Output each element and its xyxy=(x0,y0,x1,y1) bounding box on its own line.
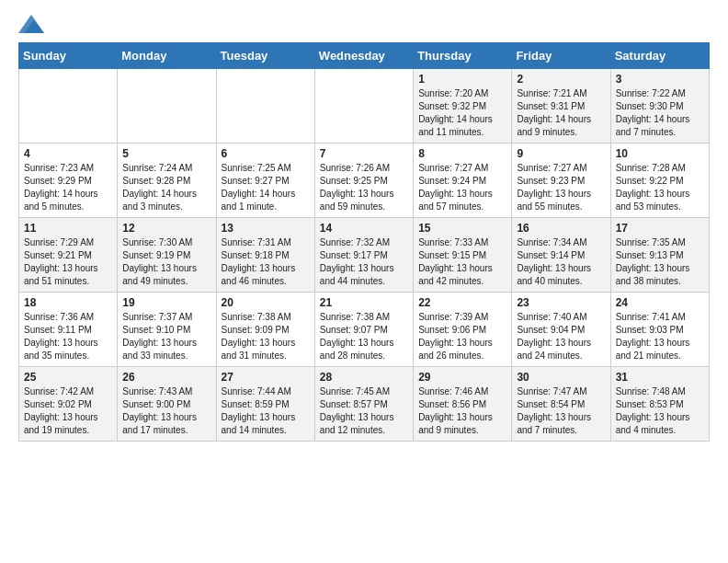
day-number: 9 xyxy=(517,147,605,160)
week-row-2: 4Sunrise: 7:23 AM Sunset: 9:29 PM Daylig… xyxy=(19,144,710,218)
day-info: Sunrise: 7:41 AM Sunset: 9:03 PM Dayligh… xyxy=(616,311,704,362)
day-info: Sunrise: 7:44 AM Sunset: 8:59 PM Dayligh… xyxy=(222,385,310,437)
day-info: Sunrise: 7:42 AM Sunset: 9:02 PM Dayligh… xyxy=(24,385,112,437)
day-info: Sunrise: 7:20 AM Sunset: 9:32 PM Dayligh… xyxy=(418,87,506,139)
day-info: Sunrise: 7:47 AM Sunset: 8:54 PM Dayligh… xyxy=(517,385,605,437)
calendar-cell: 9Sunrise: 7:27 AM Sunset: 9:23 PM Daylig… xyxy=(512,144,610,218)
day-info: Sunrise: 7:30 AM Sunset: 9:19 PM Dayligh… xyxy=(122,236,210,288)
calendar-cell xyxy=(216,69,314,144)
day-number: 15 xyxy=(418,222,506,235)
day-number: 22 xyxy=(418,296,506,309)
calendar-cell: 2Sunrise: 7:21 AM Sunset: 9:31 PM Daylig… xyxy=(512,69,610,144)
logo xyxy=(18,15,48,33)
calendar-cell: 16Sunrise: 7:34 AM Sunset: 9:14 PM Dayli… xyxy=(512,218,610,293)
logo-icon xyxy=(18,15,44,33)
day-number: 30 xyxy=(517,371,605,384)
day-number: 31 xyxy=(616,371,704,384)
day-info: Sunrise: 7:38 AM Sunset: 9:07 PM Dayligh… xyxy=(320,311,408,362)
calendar-cell: 26Sunrise: 7:43 AM Sunset: 9:00 PM Dayli… xyxy=(118,367,216,442)
weekday-header-row: SundayMondayTuesdayWednesdayThursdayFrid… xyxy=(19,43,710,69)
header xyxy=(18,15,710,33)
day-info: Sunrise: 7:21 AM Sunset: 9:31 PM Dayligh… xyxy=(517,87,605,139)
day-number: 18 xyxy=(24,296,112,309)
calendar-cell: 20Sunrise: 7:38 AM Sunset: 9:09 PM Dayli… xyxy=(216,293,314,367)
calendar-cell: 21Sunrise: 7:38 AM Sunset: 9:07 PM Dayli… xyxy=(314,293,413,367)
calendar-cell: 10Sunrise: 7:28 AM Sunset: 9:22 PM Dayli… xyxy=(610,144,709,218)
calendar-cell: 3Sunrise: 7:22 AM Sunset: 9:30 PM Daylig… xyxy=(610,69,709,144)
weekday-header-friday: Friday xyxy=(512,43,610,69)
day-info: Sunrise: 7:45 AM Sunset: 8:57 PM Dayligh… xyxy=(320,385,408,437)
day-number: 12 xyxy=(122,222,210,235)
calendar-table: SundayMondayTuesdayWednesdayThursdayFrid… xyxy=(18,42,710,442)
day-info: Sunrise: 7:25 AM Sunset: 9:27 PM Dayligh… xyxy=(222,162,310,213)
day-info: Sunrise: 7:39 AM Sunset: 9:06 PM Dayligh… xyxy=(418,311,506,362)
weekday-header-thursday: Thursday xyxy=(414,43,512,69)
day-number: 10 xyxy=(616,147,704,160)
day-number: 11 xyxy=(24,222,112,235)
day-info: Sunrise: 7:40 AM Sunset: 9:04 PM Dayligh… xyxy=(517,311,605,362)
calendar-cell: 1Sunrise: 7:20 AM Sunset: 9:32 PM Daylig… xyxy=(414,69,512,144)
day-info: Sunrise: 7:34 AM Sunset: 9:14 PM Dayligh… xyxy=(517,236,605,288)
day-info: Sunrise: 7:27 AM Sunset: 9:24 PM Dayligh… xyxy=(418,162,506,213)
calendar-cell: 19Sunrise: 7:37 AM Sunset: 9:10 PM Dayli… xyxy=(118,293,216,367)
weekday-header-tuesday: Tuesday xyxy=(216,43,314,69)
calendar-cell: 23Sunrise: 7:40 AM Sunset: 9:04 PM Dayli… xyxy=(512,293,610,367)
weekday-header-saturday: Saturday xyxy=(610,43,709,69)
calendar-cell xyxy=(19,69,118,144)
weekday-header-wednesday: Wednesday xyxy=(314,43,413,69)
calendar-cell: 31Sunrise: 7:48 AM Sunset: 8:53 PM Dayli… xyxy=(610,367,709,442)
calendar-cell: 8Sunrise: 7:27 AM Sunset: 9:24 PM Daylig… xyxy=(414,144,512,218)
calendar-cell: 13Sunrise: 7:31 AM Sunset: 9:18 PM Dayli… xyxy=(216,218,314,293)
day-number: 14 xyxy=(320,222,408,235)
day-number: 19 xyxy=(122,296,210,309)
weekday-header-monday: Monday xyxy=(118,43,216,69)
day-number: 25 xyxy=(24,371,112,384)
day-number: 16 xyxy=(517,222,605,235)
day-number: 26 xyxy=(122,371,210,384)
calendar-cell: 11Sunrise: 7:29 AM Sunset: 9:21 PM Dayli… xyxy=(19,218,118,293)
day-info: Sunrise: 7:46 AM Sunset: 8:56 PM Dayligh… xyxy=(418,385,506,437)
week-row-5: 25Sunrise: 7:42 AM Sunset: 9:02 PM Dayli… xyxy=(19,367,710,442)
day-number: 2 xyxy=(517,73,605,86)
day-number: 28 xyxy=(320,371,408,384)
calendar-cell: 17Sunrise: 7:35 AM Sunset: 9:13 PM Dayli… xyxy=(610,218,709,293)
day-info: Sunrise: 7:29 AM Sunset: 9:21 PM Dayligh… xyxy=(24,236,112,288)
day-number: 4 xyxy=(24,147,112,160)
calendar-cell: 25Sunrise: 7:42 AM Sunset: 9:02 PM Dayli… xyxy=(19,367,118,442)
calendar-cell: 5Sunrise: 7:24 AM Sunset: 9:28 PM Daylig… xyxy=(118,144,216,218)
week-row-1: 1Sunrise: 7:20 AM Sunset: 9:32 PM Daylig… xyxy=(19,69,710,144)
day-number: 13 xyxy=(222,222,310,235)
calendar-cell: 12Sunrise: 7:30 AM Sunset: 9:19 PM Dayli… xyxy=(118,218,216,293)
day-info: Sunrise: 7:22 AM Sunset: 9:30 PM Dayligh… xyxy=(616,87,704,139)
day-info: Sunrise: 7:35 AM Sunset: 9:13 PM Dayligh… xyxy=(616,236,704,288)
day-info: Sunrise: 7:32 AM Sunset: 9:17 PM Dayligh… xyxy=(320,236,408,288)
day-info: Sunrise: 7:43 AM Sunset: 9:00 PM Dayligh… xyxy=(122,385,210,437)
day-info: Sunrise: 7:27 AM Sunset: 9:23 PM Dayligh… xyxy=(517,162,605,213)
day-info: Sunrise: 7:38 AM Sunset: 9:09 PM Dayligh… xyxy=(222,311,310,362)
calendar-cell: 30Sunrise: 7:47 AM Sunset: 8:54 PM Dayli… xyxy=(512,367,610,442)
week-row-3: 11Sunrise: 7:29 AM Sunset: 9:21 PM Dayli… xyxy=(19,218,710,293)
calendar-cell xyxy=(118,69,216,144)
calendar-cell: 6Sunrise: 7:25 AM Sunset: 9:27 PM Daylig… xyxy=(216,144,314,218)
calendar-cell: 15Sunrise: 7:33 AM Sunset: 9:15 PM Dayli… xyxy=(414,218,512,293)
calendar-cell: 27Sunrise: 7:44 AM Sunset: 8:59 PM Dayli… xyxy=(216,367,314,442)
day-number: 21 xyxy=(320,296,408,309)
calendar-cell xyxy=(314,69,413,144)
day-number: 17 xyxy=(616,222,704,235)
day-info: Sunrise: 7:26 AM Sunset: 9:25 PM Dayligh… xyxy=(320,162,408,213)
day-info: Sunrise: 7:28 AM Sunset: 9:22 PM Dayligh… xyxy=(616,162,704,213)
day-number: 3 xyxy=(616,73,704,86)
day-number: 23 xyxy=(517,296,605,309)
calendar-cell: 29Sunrise: 7:46 AM Sunset: 8:56 PM Dayli… xyxy=(414,367,512,442)
day-info: Sunrise: 7:23 AM Sunset: 9:29 PM Dayligh… xyxy=(24,162,112,213)
day-info: Sunrise: 7:37 AM Sunset: 9:10 PM Dayligh… xyxy=(122,311,210,362)
day-number: 20 xyxy=(222,296,310,309)
calendar-cell: 24Sunrise: 7:41 AM Sunset: 9:03 PM Dayli… xyxy=(610,293,709,367)
day-number: 29 xyxy=(418,371,506,384)
calendar-cell: 7Sunrise: 7:26 AM Sunset: 9:25 PM Daylig… xyxy=(314,144,413,218)
day-number: 7 xyxy=(320,147,408,160)
day-info: Sunrise: 7:33 AM Sunset: 9:15 PM Dayligh… xyxy=(418,236,506,288)
calendar-cell: 22Sunrise: 7:39 AM Sunset: 9:06 PM Dayli… xyxy=(414,293,512,367)
calendar-cell: 14Sunrise: 7:32 AM Sunset: 9:17 PM Dayli… xyxy=(314,218,413,293)
calendar-cell: 18Sunrise: 7:36 AM Sunset: 9:11 PM Dayli… xyxy=(19,293,118,367)
